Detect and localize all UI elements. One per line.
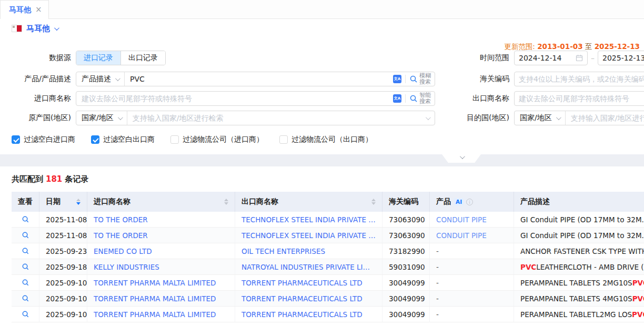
product-desc-cell: ANCHOR FASTENER CSK TYPE WITH ... (514, 243, 644, 259)
view-details-icon[interactable] (22, 294, 29, 302)
importer-search-group: 文A 智能搜索 (76, 91, 435, 106)
desc-text: PERAMPANEL TABLETL2MG LOS (520, 310, 632, 319)
collapse-panel-button[interactable] (442, 154, 481, 163)
results-panel: 共匹配到181条记录 查看 日期 进口商名称 出口商名称 海关编码 (0, 166, 644, 322)
product-link[interactable]: CONDUIT PIPE (436, 215, 487, 224)
update-range-label: 更新范围: (504, 42, 535, 51)
importer-link[interactable]: TORRENT PHARMA MALTA LIMITED (94, 294, 216, 303)
filter-checkbox[interactable]: 过滤空白出口商 (91, 135, 155, 144)
date-to-input[interactable] (602, 54, 644, 62)
importer-cell: KELLY INDUSTRIES (87, 259, 235, 274)
results-count: 181 (46, 174, 62, 184)
ai-badge: AI (454, 198, 464, 205)
date-from-field[interactable] (514, 51, 588, 65)
view-details-icon[interactable] (22, 247, 29, 255)
translate-icon[interactable]: 文A (393, 94, 401, 103)
importer-link[interactable]: TO THE ORDER (94, 231, 148, 240)
date-cell: 2025-09-10 (39, 291, 87, 306)
country-name[interactable]: 马耳他 (26, 24, 50, 34)
product-desc-cell: PERAMPANEL TABLETS 2MG10S PVC... (514, 275, 644, 290)
checkbox-unchecked-icon[interactable] (279, 135, 288, 144)
importer-cell: TO THE ORDER (87, 212, 235, 227)
importer-link[interactable]: TORRENT PHARMA MALTA LIMITED (94, 310, 216, 319)
filter-checkbox[interactable]: 过滤物流公司（出口商） (279, 135, 373, 144)
checkbox-checked-icon[interactable] (12, 135, 20, 144)
tab-bar: 马耳他 × (0, 0, 644, 19)
exporter-label: 出口商名称 (452, 94, 509, 103)
tab-close-icon[interactable]: × (35, 6, 42, 14)
importer-cell: TORRENT PHARMA MALTA LIMITED (87, 291, 235, 306)
date-from-input[interactable] (519, 54, 576, 62)
product-link[interactable]: CONDUIT PIPE (436, 231, 487, 240)
destination-type-select-value: 国家/地区 (520, 113, 552, 123)
search-icon (409, 94, 418, 103)
chevron-down-icon (459, 154, 465, 159)
hs-code-input[interactable] (519, 75, 644, 83)
view-details-icon[interactable] (22, 215, 29, 223)
date-cell: 2025-09-18 (39, 259, 87, 274)
product-type-select[interactable]: 产品描述 (76, 72, 125, 86)
filter-panel: 更新范围: 2013-01-03 至 2025-12-13 数据源 进口记录 出… (0, 38, 644, 154)
tab-malta[interactable]: 马耳他 × (0, 0, 49, 19)
app-window: 马耳他 × 马耳他 更新范围: 2013-01-03 至 2025-12-13 … (0, 0, 644, 325)
importer-link[interactable]: ENEMED CO LTD (94, 247, 152, 255)
checkbox-unchecked-icon[interactable] (170, 135, 179, 144)
results-table: 查看 日期 进口商名称 出口商名称 海关编码 产品 AI i (12, 192, 644, 322)
exporter-link[interactable]: TORRENT PHARMACEUTICALS LTD (242, 279, 363, 287)
exporter-link[interactable]: TECHNOFLEX STEEL INDIA PRIVATE LIMITED (242, 231, 376, 240)
importer-input[interactable] (76, 94, 393, 103)
exporter-cell: TORRENT PHARMACEUTICALS LTD (235, 275, 383, 290)
filter-checkbox[interactable]: 过滤物流公司（进口商） (170, 135, 264, 144)
exporter-field[interactable] (514, 91, 644, 106)
fuzzy-search-button[interactable]: 模糊搜索 (409, 73, 431, 85)
sort-button-date[interactable] (72, 199, 80, 205)
view-details-icon[interactable] (22, 310, 29, 318)
info-icon[interactable]: i (466, 199, 473, 205)
hs-code-field[interactable] (514, 72, 644, 86)
destination-input[interactable] (566, 114, 644, 122)
segment-import-records[interactable]: 进口记录 (76, 51, 120, 65)
product-cell: - (430, 259, 514, 274)
exporter-link[interactable]: TORRENT PHARMACEUTICALS LTD (242, 294, 363, 303)
importer-link[interactable]: KELLY INDUSTRIES (94, 263, 159, 271)
view-details-icon[interactable] (22, 263, 29, 271)
importer-link[interactable]: TO THE ORDER (94, 215, 148, 224)
destination-type-select[interactable]: 国家/地区 (515, 111, 566, 125)
view-details-icon[interactable] (22, 279, 29, 287)
importer-link[interactable]: TORRENT PHARMA MALTA LIMITED (94, 279, 216, 287)
product-empty: - (436, 279, 439, 287)
view-cell (12, 307, 39, 322)
checkbox-checked-icon[interactable] (91, 135, 99, 144)
checkbox-label: 过滤空白出口商 (103, 135, 155, 144)
filter-checkbox[interactable]: 过滤空白进口商 (12, 135, 75, 144)
origin-type-select[interactable]: 国家/地区 (76, 111, 127, 125)
search-icon (409, 75, 418, 83)
exporter-link[interactable]: TORRENT PHARMACEUTICALS LTD (242, 310, 363, 319)
table-row: 2025-09-10TORRENT PHARMA MALTA LIMITEDTO… (12, 275, 644, 291)
destination-label: 目的国(地区) (452, 113, 509, 123)
header-exporter-label: 出口商名称 (242, 197, 278, 206)
header-date-label: 日期 (46, 197, 61, 206)
product-empty: - (436, 247, 439, 255)
chevron-down-icon[interactable] (54, 25, 59, 31)
calendar-icon (576, 54, 583, 62)
date-to-field[interactable] (598, 51, 644, 65)
product-search-input[interactable] (125, 75, 393, 83)
sort-button-exporter[interactable] (367, 199, 376, 205)
view-cell (12, 259, 39, 274)
segment-export-records[interactable]: 出口记录 (120, 51, 165, 65)
chevron-down-icon (426, 115, 431, 120)
view-cell (12, 275, 39, 290)
table-body: 2025-11-08TO THE ORDERTECHNOFLEX STEEL I… (12, 212, 644, 322)
exporter-link[interactable]: OIL TECH ENTERPRISES (242, 247, 325, 255)
checkbox-label: 过滤物流公司（进口商） (183, 135, 264, 144)
desc-text: PERAMPANEL TABLETS 2MG10S (520, 279, 632, 287)
exporter-input[interactable] (519, 94, 644, 103)
translate-icon[interactable]: 文A (393, 75, 401, 83)
smart-search-button[interactable]: 智能搜索 (409, 92, 431, 105)
exporter-link[interactable]: NATROYAL INDUSTRIES PRIVATE LIMITED (242, 263, 376, 271)
sort-button-importer[interactable] (220, 199, 228, 205)
view-details-icon[interactable] (22, 231, 29, 239)
exporter-link[interactable]: TECHNOFLEX STEEL INDIA PRIVATE LIMITED (242, 215, 376, 224)
origin-input[interactable] (127, 114, 426, 122)
